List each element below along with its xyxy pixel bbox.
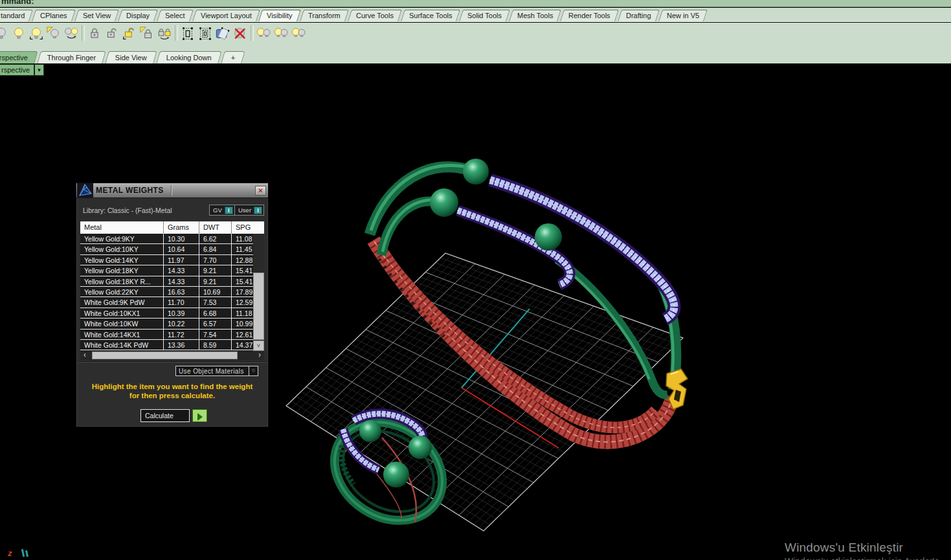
select-visible-objects-icon[interactable] — [179, 25, 197, 42]
metal-weights-dialog[interactable]: METAL WEIGHTS ✕ Library: Classic - (Fast… — [76, 183, 269, 427]
swap-locked-icon[interactable] — [139, 25, 156, 42]
windows-activation-watermark: Windows'u Etkinleştir — [785, 541, 903, 555]
menu-tab-tandard[interactable]: tandard — [0, 10, 33, 21]
viewport-tab-bar: rspectiveThrough FingerSide ViewLooking … — [0, 50, 951, 63]
windows-activation-watermark-line2: Windows'u etkinleştirmek için Ayarlar'a … — [785, 556, 951, 560]
materials-dropdown-value: Use Object Materials — [176, 368, 249, 375]
bangle-sphere — [430, 188, 458, 217]
menu-tab-render-tools[interactable]: Render Tools — [561, 10, 619, 21]
gv-indicator: I — [225, 207, 233, 214]
ring-sphere — [408, 436, 432, 459]
menu-tab-transform[interactable]: Transform — [300, 10, 349, 21]
clipping-plane-icon[interactable] — [214, 25, 232, 42]
table-row[interactable]: Yellow Gold:14KY11.977.7012.88 — [80, 255, 253, 265]
add-viewport-tab[interactable]: + — [221, 51, 245, 63]
show-objects-icon[interactable] — [10, 25, 28, 42]
materials-dropdown[interactable]: Use Object Materials ○ — [175, 366, 258, 376]
lock-swap-icon[interactable] — [156, 25, 173, 42]
viewport-tab-looking-down[interactable]: Looking Down — [156, 51, 221, 63]
toolbar-tab-bar: tandardCPlanesSet ViewDisplaySelectViewp… — [0, 8, 951, 22]
dialog-divider — [78, 361, 267, 363]
ring-model[interactable] — [316, 402, 461, 540]
scroll-down-button[interactable]: ˅ — [253, 341, 264, 351]
lock-objects-icon[interactable] — [86, 25, 104, 42]
close-icon[interactable]: ✕ — [255, 186, 266, 196]
menu-tab-mesh-tools[interactable]: Mesh Tools — [509, 10, 561, 21]
select-hidden-objects-icon[interactable] — [197, 25, 214, 42]
application-window: mmand: tandardCPlanesSet ViewDisplaySele… — [0, 0, 951, 560]
viewport-title-dropdown[interactable]: ▼ — [34, 64, 44, 76]
hide-objects-icon[interactable] — [0, 25, 10, 42]
menu-tab-select[interactable]: Select — [157, 10, 193, 21]
menu-tab-new-in-v5[interactable]: New in V5 — [658, 10, 708, 21]
menu-tab-surface-tools[interactable]: Surface Tools — [401, 10, 460, 21]
calculate-go-button[interactable] — [192, 409, 207, 422]
vertical-scrollbar-thumb[interactable] — [253, 273, 264, 340]
table-row[interactable]: Yellow Gold:18KY14.339.2115.41 — [80, 265, 253, 276]
dropdown-option-icon: ○ — [249, 366, 258, 375]
user-button[interactable]: UserI — [234, 205, 264, 216]
table-row[interactable]: Yellow Gold:18KY R...14.339.2115.41 — [80, 276, 253, 287]
menu-tab-visibility[interactable]: Visibility — [259, 10, 301, 21]
bangle-sphere — [535, 223, 562, 251]
play-icon — [197, 413, 203, 421]
viewport-title-label[interactable]: rspective — [0, 64, 34, 76]
layer-lights-icon-2[interactable] — [273, 25, 290, 42]
remove-clipping-plane-icon[interactable] — [232, 25, 249, 42]
visibility-toolbar — [0, 23, 951, 50]
calculate-button[interactable]: Calculate — [140, 409, 190, 422]
gem-icon — [77, 183, 93, 197]
command-bar[interactable]: mmand: — [0, 0, 951, 7]
show-selected-icon[interactable] — [28, 25, 45, 42]
scroll-left-button[interactable]: ‹ — [80, 351, 89, 360]
horizontal-scrollbar-thumb[interactable] — [92, 352, 238, 359]
menu-tab-cplanes[interactable]: CPlanes — [32, 10, 75, 21]
unlock-selected-icon[interactable] — [121, 25, 139, 42]
table-row[interactable]: White Gold:14K PdW13.368.5914.37 — [80, 340, 253, 350]
bangle-model[interactable] — [370, 159, 688, 442]
column-header-metal[interactable]: Metal — [80, 221, 164, 234]
vertical-scrollbar[interactable]: ˅ — [253, 234, 264, 351]
unlock-objects-icon[interactable] — [104, 25, 121, 42]
scroll-right-button[interactable]: › — [255, 351, 264, 360]
dialog-titlebar[interactable]: METAL WEIGHTS ✕ — [76, 183, 268, 198]
toolbar-separator — [175, 25, 178, 41]
table-row[interactable]: Yellow Gold:10KY10.646.8411.45 — [80, 244, 253, 254]
table-row[interactable]: White Gold:14KX111.727.5412.61 — [80, 330, 253, 340]
table-row[interactable]: White Gold:9K PdW11.707.5312.59 — [80, 297, 253, 308]
table-row[interactable]: Yellow Gold:9KY10.306.6211.08 — [80, 234, 253, 244]
table-row[interactable]: White Gold:10KW10.226.5710.99 — [80, 319, 253, 329]
toolbar-separator — [82, 25, 85, 41]
table-row[interactable]: Yellow Gold:22KY16.6310.6917.89 — [80, 287, 253, 297]
column-header-grams[interactable]: Grams — [164, 221, 199, 234]
column-header-dwt[interactable]: DWT — [199, 221, 232, 234]
swap-hidden-icon[interactable] — [45, 25, 63, 42]
horizontal-scrollbar[interactable]: ‹ › — [80, 351, 264, 360]
viewport-tab-side-view[interactable]: Side View — [106, 51, 157, 63]
bangle-pave-strips — [458, 180, 674, 319]
menu-tab-display[interactable]: Display — [118, 10, 158, 21]
toolbar-separator — [251, 25, 254, 41]
viewport-title: rspective ▼ — [0, 64, 44, 76]
chevron-down-icon: ▼ — [37, 67, 42, 73]
layer-lights-icon-3[interactable] — [290, 25, 308, 42]
menu-tab-curve-tools[interactable]: Curve Tools — [348, 10, 402, 21]
menu-tab-solid-tools[interactable]: Solid Tools — [459, 10, 510, 21]
library-label: Library: Classic - (Fast)-Metal — [83, 207, 172, 214]
instruction-text: Highlight the item you want to find the … — [76, 383, 268, 400]
viewport-tab-rspective[interactable]: rspective — [0, 51, 38, 63]
menu-tab-viewport-layout[interactable]: Viewport Layout — [192, 10, 260, 21]
menu-tab-set-view[interactable]: Set View — [74, 10, 119, 21]
layer-lights-icon-1[interactable] — [255, 25, 273, 42]
metal-weights-table: MetalGramsDWTSPG Yellow Gold:9KY10.306.6… — [80, 221, 264, 351]
cplane-axis-icon: z — [5, 547, 44, 560]
column-header-spg[interactable]: SPG — [232, 221, 253, 234]
viewport-tab-through-finger[interactable]: Through Finger — [37, 51, 106, 63]
table-row[interactable]: White Gold:10KX110.396.6811.18 — [80, 308, 253, 319]
show-swap-icon[interactable] — [63, 25, 80, 42]
gv-button[interactable]: GVI — [209, 205, 235, 216]
command-prompt-text: mmand: — [1, 0, 951, 6]
menu-tab-drafting[interactable]: Drafting — [618, 10, 659, 21]
user-indicator: I — [254, 207, 262, 214]
bangle-sphere — [463, 159, 489, 185]
